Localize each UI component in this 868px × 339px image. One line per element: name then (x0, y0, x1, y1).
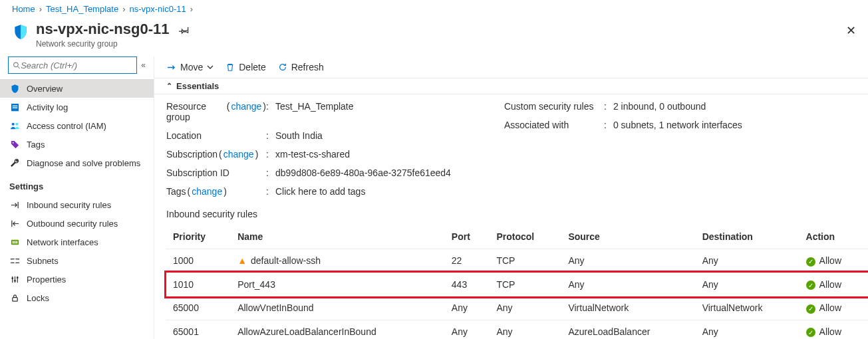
svg-point-18 (16, 277, 18, 279)
sidebar-item-label: Overview (27, 84, 63, 94)
chevron-up-icon: ⌃ (166, 82, 172, 90)
cell-priority: 65000 (166, 296, 231, 320)
col-source[interactable]: Source (561, 225, 695, 249)
svg-point-6 (15, 122, 18, 125)
cell-source: Any (561, 273, 695, 296)
sidebar-item-label: Locks (27, 293, 49, 303)
cell-protocol: Any (490, 296, 561, 320)
rules-table: Priority Name Port Protocol Source Desti… (166, 225, 868, 339)
people-icon (9, 120, 20, 131)
svg-rect-3 (12, 105, 17, 106)
pin-icon[interactable] (179, 25, 190, 35)
cell-name: AllowVnetInBound (231, 296, 445, 320)
change-tags-link[interactable]: change (192, 186, 222, 197)
sidebar-item-network-interfaces[interactable]: Network interfaces (0, 233, 154, 251)
col-priority[interactable]: Priority (166, 225, 231, 249)
col-destination[interactable]: Destination (696, 225, 799, 249)
cell-name: AllowAzureLoadBalancerInBound (231, 320, 445, 339)
col-port[interactable]: Port (445, 225, 490, 249)
chevron-right-icon: › (122, 4, 125, 14)
sidebar-item-overview[interactable]: Overview (0, 79, 154, 98)
ess-subid-label: Subscription ID (166, 168, 266, 178)
check-icon: ✓ (806, 281, 815, 290)
rules-title: Inbound security rules (154, 199, 868, 225)
change-sub-link[interactable]: change (223, 149, 254, 160)
ess-rules-value: 2 inbound, 0 outbound (613, 101, 706, 112)
table-row[interactable]: 65000AllowVnetInBoundAnyAnyVirtualNetwor… (166, 296, 868, 320)
properties-icon (9, 274, 20, 284)
crumb-rg[interactable]: Test_HA_Template (46, 4, 118, 14)
sidebar-item-subnets[interactable]: Subnets (0, 251, 154, 270)
svg-rect-10 (14, 241, 15, 243)
table-row[interactable]: 1010Port_443443TCPAnyAny✓Allow (166, 273, 868, 296)
sidebar: « Overview Activity log Access control (… (0, 56, 154, 339)
col-name[interactable]: Name (231, 225, 445, 249)
table-row[interactable]: 1000▲default-allow-ssh22TCPAnyAny✓Allow (166, 249, 868, 273)
search-icon (13, 61, 21, 70)
sidebar-item-outbound-rules[interactable]: Outbound security rules (0, 214, 154, 233)
essentials-panel: Resource group (change) : Test_HA_Templa… (154, 94, 868, 199)
ess-rules-label: Custom security rules (504, 101, 604, 112)
chevron-right-icon: › (39, 4, 42, 14)
sidebar-item-properties[interactable]: Properties (0, 270, 154, 288)
cell-port: Any (445, 320, 490, 339)
col-action[interactable]: Action (799, 225, 868, 249)
refresh-button[interactable]: Refresh (278, 62, 324, 72)
chevron-right-icon: › (190, 4, 193, 14)
breadcrumb: Home › Test_HA_Template › ns-vpx-nic0-11… (0, 0, 868, 21)
activity-log-icon (9, 102, 20, 112)
page-title: ns-vpx-nic-nsg0-11 (36, 21, 170, 38)
check-icon: ✓ (806, 304, 815, 314)
outbound-icon (9, 218, 20, 229)
sidebar-item-access-control[interactable]: Access control (IAM) (0, 116, 154, 135)
ess-sub-value[interactable]: xm-test-cs-shared (275, 149, 350, 160)
change-rg-link[interactable]: change (231, 101, 261, 122)
crumb-nic[interactable]: ns-vpx-nic0-11 (130, 4, 186, 14)
lock-icon (9, 292, 20, 303)
sidebar-item-label: Activity log (27, 102, 68, 112)
collapse-icon[interactable]: « (141, 60, 146, 70)
cell-destination: Any (696, 249, 799, 273)
ess-sub-label: Subscription (166, 149, 217, 160)
cell-destination: VirtualNetwork (696, 296, 799, 320)
essentials-toggle[interactable]: ⌃ Essentials (154, 78, 868, 94)
sidebar-item-inbound-rules[interactable]: Inbound security rules (0, 195, 154, 214)
sidebar-item-diagnose[interactable]: Diagnose and solve problems (0, 154, 154, 172)
cell-priority: 1000 (166, 249, 231, 273)
sidebar-item-label: Network interfaces (27, 237, 98, 247)
cell-name: Port_443 (231, 273, 445, 296)
chevron-down-icon (207, 64, 214, 70)
sidebar-item-label: Access control (IAM) (27, 121, 106, 131)
shield-icon (12, 23, 29, 41)
close-icon[interactable]: ✕ (846, 23, 856, 38)
ess-tags-value[interactable]: Click here to add tags (275, 186, 365, 197)
ess-rg-value[interactable]: Test_HA_Template (275, 101, 354, 122)
sidebar-item-tags[interactable]: Tags (0, 135, 154, 154)
col-protocol[interactable]: Protocol (490, 225, 561, 249)
command-bar: Move Delete Refresh (154, 56, 868, 78)
search-box[interactable] (8, 56, 137, 74)
ess-tags-label: Tags (166, 186, 186, 197)
search-input[interactable] (21, 60, 132, 70)
sidebar-item-locks[interactable]: Locks (0, 288, 154, 307)
refresh-icon (278, 62, 287, 72)
cell-protocol: Any (490, 320, 561, 339)
sidebar-item-activity-log[interactable]: Activity log (0, 98, 154, 116)
tag-icon (9, 139, 20, 150)
ess-subid-value: db99d808-6e89-480a-96ae-3275fe61eed4 (275, 168, 451, 178)
subnets-icon (9, 255, 20, 266)
svg-point-13 (18, 258, 19, 259)
sidebar-group-settings: Settings (0, 172, 154, 195)
table-row[interactable]: 65001AllowAzureLoadBalancerInBoundAnyAny… (166, 320, 868, 339)
cell-source: AzureLoadBalancer (561, 320, 695, 339)
move-button[interactable]: Move (166, 62, 214, 72)
delete-button[interactable]: Delete (225, 62, 265, 72)
ess-assoc-value: 0 subnets, 1 network interfaces (613, 120, 742, 130)
crumb-home[interactable]: Home (12, 4, 35, 14)
wrench-icon (9, 158, 20, 168)
cell-port: Any (445, 296, 490, 320)
svg-point-14 (10, 262, 11, 263)
cell-protocol: TCP (490, 273, 561, 296)
sidebar-item-label: Inbound security rules (27, 200, 111, 210)
cell-name: ▲default-allow-ssh (231, 249, 445, 273)
